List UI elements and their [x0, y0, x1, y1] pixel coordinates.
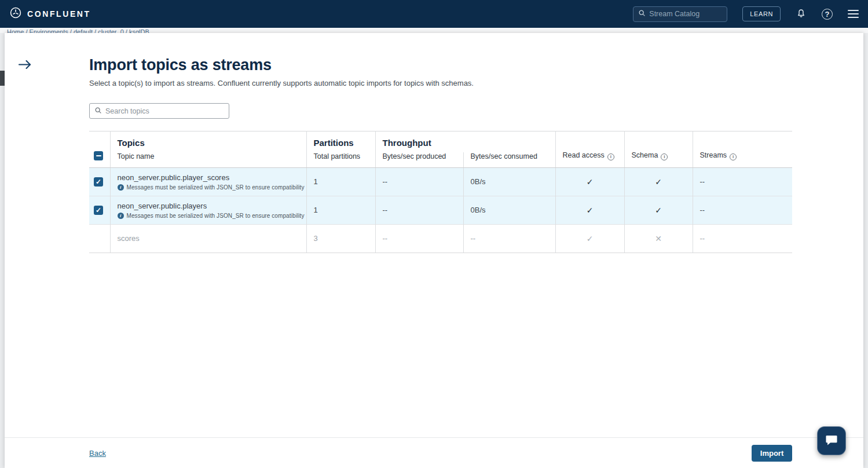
import-button[interactable]: Import: [752, 445, 792, 462]
stream-catalog-search[interactable]: [633, 6, 727, 22]
hamburger-icon: [848, 10, 859, 18]
info-icon: i: [607, 153, 614, 160]
column-header-streams: Streamsi: [693, 131, 792, 168]
select-all-cell: [89, 131, 110, 168]
search-topics-input[interactable]: [105, 107, 224, 115]
column-header-bytes-consumed: Bytes/sec consumed: [463, 152, 555, 168]
column-group-throughput: Throughput: [375, 131, 555, 152]
page-subtitle: Select a topic(s) to import as streams. …: [89, 79, 792, 87]
read-access-check: ✓: [555, 224, 624, 253]
column-group-topics: Topics: [110, 131, 306, 152]
arrow-right-icon: [18, 63, 32, 71]
column-header-bytes-produced: Bytes/sec produced: [375, 152, 463, 168]
help-button[interactable]: ?: [822, 9, 833, 20]
topic-note-text: Messages must be serialized with JSON_SR…: [127, 184, 305, 191]
read-access-check: ✓: [555, 167, 624, 196]
collapsed-sidebar-handle[interactable]: [0, 71, 5, 86]
bytes-produced-value: --: [375, 167, 463, 196]
main-menu-button[interactable]: [848, 10, 859, 18]
partitions-value: 3: [306, 224, 375, 253]
topic-note-text: Messages must be serialized with JSON_SR…: [127, 213, 305, 219]
bytes-produced-value: --: [375, 224, 463, 253]
topic-note: i Messages must be serialized with JSON_…: [118, 184, 306, 191]
streams-label: Streams: [700, 151, 727, 159]
collapse-panel-button[interactable]: [18, 60, 32, 71]
page-title: Import topics as streams: [89, 56, 792, 74]
streams-value: --: [693, 167, 792, 196]
chat-bubble-icon: [824, 433, 839, 449]
check-icon: ✓: [96, 178, 101, 185]
streams-value: --: [693, 196, 792, 224]
breadcrumb-text: Home / Environments / default / cluster_…: [0, 28, 868, 33]
bytes-consumed-value: --: [463, 224, 555, 253]
indeterminate-icon: [96, 155, 101, 156]
streams-value: --: [693, 224, 792, 253]
select-all-checkbox[interactable]: [94, 151, 103, 160]
notifications-button[interactable]: [796, 8, 807, 20]
info-icon: i: [118, 213, 124, 219]
brand-name: CONFLUENT: [27, 9, 91, 19]
column-group-partitions: Partitions: [306, 131, 375, 152]
search-topics-box[interactable]: [89, 103, 229, 119]
bytes-consumed-value: 0B/s: [463, 196, 555, 224]
column-header-read-access: Read accessi: [555, 131, 624, 168]
schema-check: ✓: [624, 196, 693, 224]
confluent-logo-icon: [9, 6, 22, 21]
column-header-schema: Schemai: [624, 131, 693, 168]
import-topics-panel: Import topics as streams Select a topic(…: [5, 33, 863, 468]
info-icon: i: [118, 184, 124, 191]
brand-block[interactable]: CONFLUENT: [9, 6, 91, 21]
row-checkbox[interactable]: ✓: [94, 206, 103, 215]
topics-table: Topics Partitions Throughput Read access…: [89, 131, 792, 253]
info-icon: i: [661, 153, 668, 160]
topic-name: neon_server.public.player_scores: [118, 173, 306, 182]
schema-label: Schema: [632, 151, 658, 159]
row-checkbox[interactable]: ✓: [94, 177, 103, 187]
learn-button[interactable]: LEARN: [742, 6, 781, 21]
stream-catalog-search-input[interactable]: [649, 10, 722, 18]
partitions-value: 1: [306, 196, 375, 224]
bytes-consumed-value: 0B/s: [463, 167, 555, 196]
partitions-value: 1: [306, 167, 375, 196]
topic-row[interactable]: ✓ neon_server.public.player_scores i Mes…: [89, 167, 792, 196]
column-header-total-partitions: Total partitions: [306, 152, 375, 168]
panel-footer: Back Import: [5, 437, 863, 468]
read-access-check: ✓: [555, 196, 624, 224]
schema-cross: ✕: [624, 224, 693, 253]
search-icon: [638, 9, 646, 19]
info-icon: i: [730, 153, 737, 160]
topic-note: i Messages must be serialized with JSON_…: [118, 213, 306, 219]
schema-check: ✓: [624, 167, 693, 196]
check-icon: ✓: [96, 207, 101, 214]
bell-icon: [796, 8, 807, 20]
top-navigation-bar: CONFLUENT LEARN ?: [0, 0, 868, 28]
chat-button[interactable]: [817, 426, 846, 455]
topic-name: scores: [118, 234, 306, 243]
topic-row[interactable]: ✓ neon_server.public.players i Messages …: [89, 196, 792, 224]
bytes-produced-value: --: [375, 196, 463, 224]
topic-name: neon_server.public.players: [118, 202, 306, 210]
topic-row-disabled: scores 3 -- -- ✓ ✕ --: [89, 224, 792, 253]
breadcrumb: Home / Environments / default / cluster_…: [0, 28, 868, 33]
search-icon: [94, 106, 102, 116]
column-header-topic-name: Topic name: [110, 152, 306, 168]
read-access-label: Read access: [563, 151, 605, 159]
back-link[interactable]: Back: [89, 449, 106, 458]
help-icon: ?: [822, 9, 833, 20]
